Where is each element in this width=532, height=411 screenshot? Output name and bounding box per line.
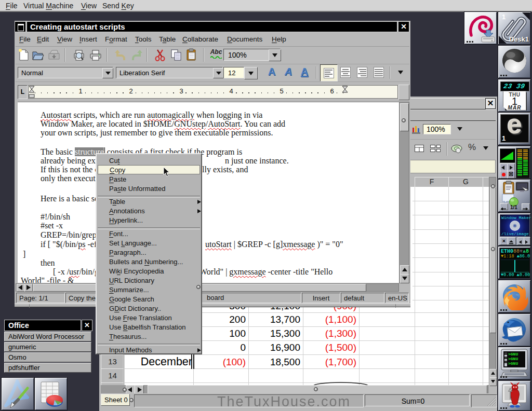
svg-text:>GNU: >GNU [508, 357, 518, 361]
svg-text:>GNU: >GNU [508, 352, 518, 357]
svg-text:>GNU: >GNU [508, 361, 518, 366]
